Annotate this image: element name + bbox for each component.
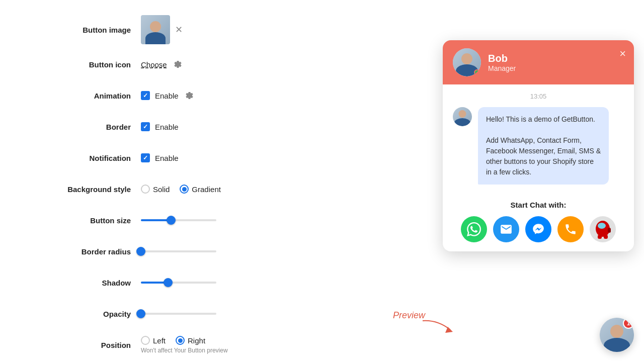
among-us-icon (590, 216, 616, 242)
chat-agent-avatar (453, 48, 481, 76)
opacity-label: Opacity (50, 310, 141, 318)
position-left-label: Left (153, 336, 166, 345)
slider-track (141, 282, 216, 284)
chat-header: Bob Manager × (443, 40, 634, 84)
button-image-row: Button image ✕ (50, 15, 342, 44)
shadow-control (141, 278, 216, 288)
background-style-control: Solid Gradient (141, 185, 221, 194)
button-image-control: ✕ (141, 15, 183, 44)
shadow-label: Shadow (50, 279, 141, 287)
svg-marker-5 (445, 327, 453, 333)
slider-track (141, 219, 216, 221)
animation-checkbox[interactable] (141, 91, 150, 100)
shadow-slider[interactable] (141, 278, 216, 288)
button-size-row: Button size (50, 209, 342, 231)
game-button[interactable] (590, 216, 616, 242)
slider-track (141, 250, 216, 252)
msg-avatar-face (453, 107, 472, 126)
border-radius-control (141, 246, 216, 256)
chat-message-row: Hello! This is a demo of GetButton. Add … (453, 107, 624, 185)
float-button[interactable]: 1 (600, 318, 634, 352)
position-radio-group: Left Right (141, 336, 228, 345)
position-right-radio[interactable] (176, 336, 185, 345)
start-chat-label: Start Chat with: (453, 201, 624, 209)
animation-settings-gear[interactable] (184, 90, 194, 101)
border-label: Border (50, 123, 141, 131)
online-status-dot (474, 69, 480, 75)
chat-agent-role: Manager (488, 64, 624, 72)
slider-thumb[interactable] (164, 278, 173, 287)
border-radius-label: Border radius (50, 247, 141, 256)
icon-settings-gear[interactable] (172, 59, 182, 69)
avatar-image (141, 15, 170, 44)
button-image-label: Button image (50, 26, 141, 34)
notification-checkbox[interactable] (141, 153, 150, 162)
bg-gradient-radio[interactable] (180, 185, 189, 194)
background-style-row: Background style Solid Gradient (50, 178, 342, 200)
slider-thumb[interactable] (136, 309, 145, 318)
opacity-row: Opacity (50, 303, 342, 325)
border-control: Enable (141, 122, 179, 131)
chat-agent-name: Bob (488, 52, 624, 64)
button-image-thumb[interactable] (141, 15, 170, 44)
notification-row: Notification Enable (50, 147, 342, 169)
button-size-slider[interactable] (141, 215, 216, 225)
choose-icon-button[interactable]: Choose (141, 60, 167, 69)
border-radius-slider[interactable] (141, 246, 216, 256)
notification-enable-label: Enable (155, 154, 179, 162)
settings-panel: Button image ✕ Button icon Choose Animat… (50, 15, 342, 362)
chat-close-button[interactable]: × (619, 47, 626, 60)
button-size-control (141, 215, 216, 225)
bg-gradient-radio-dot (182, 187, 187, 192)
position-right-option[interactable]: Right (176, 336, 205, 345)
svg-rect-4 (604, 235, 608, 239)
chat-body: 13:05 Hello! This is a demo of GetButton… (443, 84, 634, 201)
position-right-label: Right (188, 336, 205, 345)
position-label: Position (50, 341, 141, 349)
bg-gradient-label: Gradient (192, 185, 221, 194)
svg-rect-2 (608, 228, 611, 233)
position-left-radio[interactable] (141, 336, 150, 345)
button-icon-label: Button icon (50, 60, 141, 69)
background-style-label: Background style (50, 185, 141, 194)
chat-msg-avatar (453, 107, 472, 126)
border-checkbox[interactable] (141, 122, 150, 131)
among-us-svg (594, 217, 612, 239)
email-button[interactable] (493, 216, 519, 242)
remove-image-button[interactable]: ✕ (175, 25, 183, 34)
opacity-control (141, 309, 216, 319)
position-control: Left Right Won't affect Your Button prev… (141, 336, 228, 354)
button-icon-control: Choose (141, 59, 182, 69)
border-row: Border Enable (50, 116, 342, 138)
whatsapp-button[interactable] (461, 216, 487, 242)
animation-enable-label: Enable (155, 92, 179, 100)
chat-widget: Bob Manager × 13:05 Hello! This is a dem… (443, 40, 634, 251)
button-icon-row: Button icon Choose (50, 53, 342, 75)
position-right-radio-dot (178, 338, 183, 343)
slider-thumb[interactable] (136, 247, 145, 256)
bg-solid-option[interactable]: Solid (141, 185, 170, 194)
chat-buttons (453, 216, 624, 242)
slider-thumb[interactable] (167, 216, 176, 225)
notification-label: Notification (50, 154, 141, 162)
chat-timestamp: 13:05 (453, 93, 624, 100)
bg-solid-radio[interactable] (141, 185, 150, 194)
messenger-button[interactable] (525, 216, 551, 242)
animation-row: Animation Enable (50, 84, 342, 107)
animation-control: Enable (141, 90, 194, 101)
svg-point-1 (598, 223, 606, 229)
notification-control: Enable (141, 153, 179, 162)
chat-agent-info: Bob Manager (488, 52, 624, 72)
float-button-badge: 1 (623, 318, 634, 329)
chat-bubble: Hello! This is a demo of GetButton. Add … (478, 107, 609, 185)
position-note: Won't affect Your Button preview (141, 347, 228, 354)
slider-track (141, 313, 216, 315)
position-left-option[interactable]: Left (141, 336, 166, 345)
shadow-row: Shadow (50, 272, 342, 294)
bg-gradient-option[interactable]: Gradient (180, 185, 221, 194)
border-enable-label: Enable (155, 123, 179, 131)
phone-button[interactable] (557, 216, 584, 242)
button-size-label: Button size (50, 216, 141, 225)
border-radius-row: Border radius (50, 240, 342, 262)
opacity-slider[interactable] (141, 309, 216, 319)
